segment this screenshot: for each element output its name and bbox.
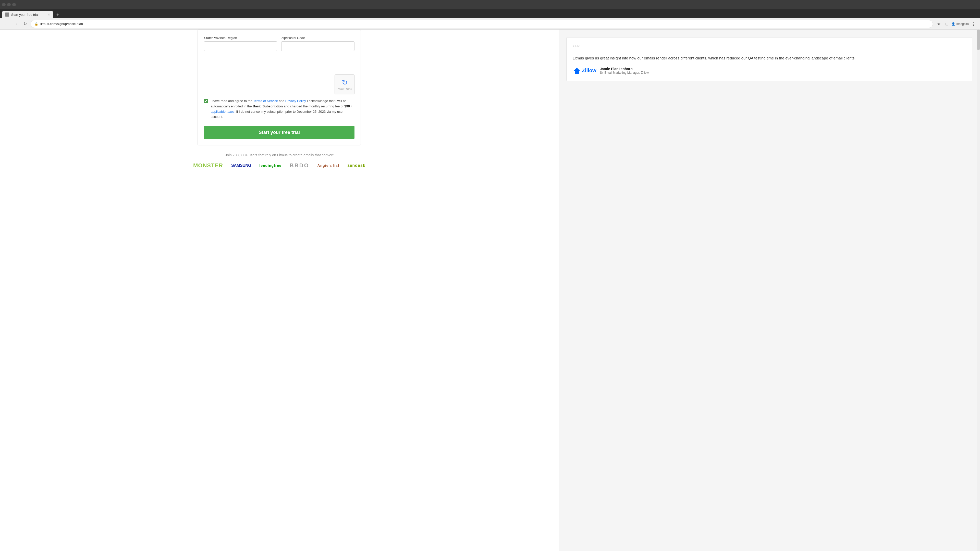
- url-text: litmus.com/signup/basic-plan: [40, 22, 83, 26]
- maximize-button[interactable]: □: [7, 3, 11, 6]
- active-tab[interactable]: Start your free trial ×: [2, 11, 53, 18]
- quote-mark: ““: [573, 44, 966, 52]
- form-panel: State/Province/Region Zip/Postal Code ↻ …: [0, 30, 558, 551]
- minimize-button[interactable]: —: [2, 3, 6, 6]
- close-button[interactable]: ×: [12, 3, 16, 6]
- new-tab-button[interactable]: +: [54, 11, 61, 18]
- zillow-logo: Zillow: [573, 67, 597, 75]
- page-container: State/Province/Region Zip/Postal Code ↻ …: [0, 30, 980, 551]
- tab-title: Start your free trial: [11, 13, 38, 17]
- scrollbar-track[interactable]: [977, 30, 980, 551]
- incognito-label: Incognito: [956, 22, 969, 26]
- samsung-logo: SAMSUNG: [231, 163, 251, 168]
- logos-row: MONSTER SAMSUNG lendingtree BBDO Angie's…: [5, 162, 554, 169]
- tab-close-button[interactable]: ×: [48, 13, 50, 17]
- form-spacer: [204, 55, 355, 70]
- recaptcha-icon: ↻: [342, 78, 348, 87]
- state-label: State/Province/Region: [204, 36, 277, 40]
- address-row: State/Province/Region Zip/Postal Code: [204, 36, 355, 51]
- recaptcha-widget[interactable]: ↻ Privacy · Terms: [334, 75, 355, 94]
- author-info: Jamie Plankenhorn Sr. Email Marketing Ma…: [600, 67, 649, 75]
- author-name: Jamie Plankenhorn: [600, 67, 649, 71]
- zip-group: Zip/Postal Code: [281, 36, 355, 51]
- privacy-link[interactable]: Privacy Policy: [285, 99, 306, 103]
- author-title: Sr. Email Marketing Manager, Zillow: [600, 71, 649, 75]
- social-proof-text: Join 700,000+ users that rely on Litmus …: [5, 153, 554, 157]
- zip-input[interactable]: [281, 41, 355, 51]
- testimonial-author: Zillow Jamie Plankenhorn Sr. Email Marke…: [573, 67, 966, 75]
- browser-titlebar: — □ ×: [0, 0, 980, 9]
- angies-list-logo: Angie's list: [318, 164, 339, 168]
- back-button[interactable]: ←: [3, 21, 10, 27]
- form-card: State/Province/Region Zip/Postal Code ↻ …: [197, 30, 361, 145]
- recaptcha-area: ↻ Privacy · Terms: [204, 75, 355, 94]
- monster-logo: MONSTER: [193, 162, 223, 169]
- toolbar-icons: ★ ⊡ 👤 Incognito ⋮: [935, 21, 977, 27]
- lock-icon: 🔒: [35, 22, 38, 26]
- price: $99: [344, 104, 350, 108]
- profile-icon: 👤: [951, 22, 955, 26]
- browser-toolbar: ← → ↻ 🔒 litmus.com/signup/basic-plan ★ ⊡…: [0, 18, 980, 30]
- tab-favicon: [5, 13, 9, 17]
- state-group: State/Province/Region: [204, 36, 277, 51]
- zillow-text: Zillow: [582, 68, 597, 73]
- zendesk-logo: zendesk: [348, 163, 366, 168]
- forward-button[interactable]: →: [12, 21, 19, 27]
- zip-label: Zip/Postal Code: [281, 36, 355, 40]
- terms-checkbox[interactable]: [204, 99, 208, 103]
- extensions-icon[interactable]: ⊡: [943, 21, 950, 27]
- right-panel: ““ Litmus gives us great insight into ho…: [558, 30, 980, 551]
- terms-label: I have read and agree to the Terms of Se…: [210, 98, 355, 120]
- window-controls: — □ ×: [2, 3, 16, 6]
- tab-bar: Start your free trial × +: [0, 9, 980, 18]
- terms-link[interactable]: Terms of Service: [253, 99, 278, 103]
- address-bar[interactable]: 🔒 litmus.com/signup/basic-plan: [30, 20, 933, 28]
- zillow-icon: [573, 67, 581, 75]
- star-icon[interactable]: ★: [935, 21, 942, 27]
- state-input[interactable]: [204, 41, 277, 51]
- subscription-name: Basic Subscription: [253, 104, 283, 108]
- lendingtree-logo: lendingtree: [259, 164, 281, 168]
- recaptcha-text: Privacy · Terms: [338, 88, 352, 90]
- refresh-button[interactable]: ↻: [21, 21, 29, 27]
- testimonial-text: Litmus gives us great insight into how o…: [573, 55, 966, 62]
- browser-chrome: — □ × Start your free trial × + ← → ↻ 🔒 …: [0, 0, 980, 30]
- start-trial-button[interactable]: Start your free trial: [204, 126, 355, 139]
- terms-row: I have read and agree to the Terms of Se…: [204, 98, 355, 120]
- scrollbar-thumb[interactable]: [977, 30, 980, 50]
- bbdo-logo: BBDO: [290, 162, 309, 169]
- social-proof-section: Join 700,000+ users that rely on Litmus …: [5, 145, 554, 174]
- menu-button[interactable]: ⋮: [970, 21, 977, 27]
- testimonial-card: ““ Litmus gives us great insight into ho…: [566, 37, 972, 81]
- incognito-button[interactable]: 👤 Incognito: [951, 21, 969, 27]
- taxes-link[interactable]: applicable taxes: [210, 110, 234, 114]
